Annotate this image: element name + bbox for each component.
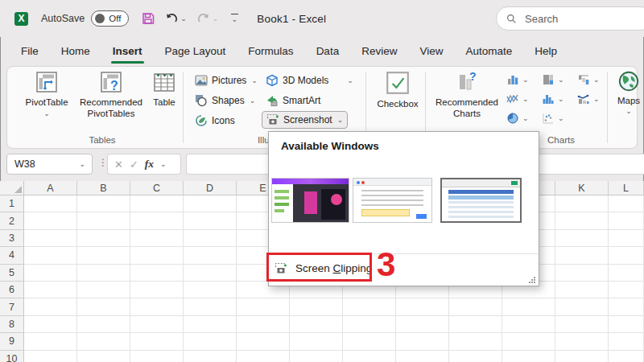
- name-box[interactable]: W38 ⌄: [6, 154, 93, 175]
- shapes-button[interactable]: Shapes ⌄: [191, 92, 259, 109]
- cell-i7[interactable]: [449, 298, 502, 315]
- tab-insert[interactable]: Insert: [101, 40, 154, 62]
- screenshot-button[interactable]: Screenshot ⌄: [262, 111, 348, 129]
- cell-k7[interactable]: [555, 298, 609, 315]
- autosave-toggle[interactable]: Off: [91, 10, 129, 27]
- cell-l3[interactable]: [609, 230, 644, 247]
- cell-c2[interactable]: [130, 212, 184, 229]
- cell-g9[interactable]: [343, 333, 396, 350]
- recommended-charts-button[interactable]: ? Recommended Charts: [432, 70, 502, 120]
- cell-l8[interactable]: [609, 316, 644, 333]
- row-header-10[interactable]: 10: [0, 351, 24, 362]
- cell-f10[interactable]: [290, 351, 343, 362]
- cell-k10[interactable]: [555, 351, 609, 362]
- table-button[interactable]: Table: [147, 70, 182, 108]
- cell-c3[interactable]: [130, 230, 184, 247]
- cell-d1[interactable]: [184, 195, 237, 212]
- resize-grip-icon[interactable]: [528, 276, 536, 284]
- cell-b4[interactable]: [77, 247, 130, 264]
- cell-d8[interactable]: [184, 316, 237, 333]
- cell-c9[interactable]: [130, 333, 184, 350]
- cell-h10[interactable]: [396, 351, 449, 362]
- cell-d2[interactable]: [184, 212, 237, 229]
- hierarchy-chart-button[interactable]: ⌄: [542, 73, 564, 86]
- cell-g8[interactable]: [343, 316, 396, 333]
- cell-k4[interactable]: [555, 247, 609, 264]
- cell-i9[interactable]: [449, 333, 502, 350]
- cell-e7[interactable]: [237, 298, 290, 315]
- chevron-down-icon[interactable]: ⌄: [180, 15, 187, 23]
- column-chart-button[interactable]: ⌄: [506, 73, 529, 86]
- tab-review[interactable]: Review: [350, 40, 408, 62]
- cell-h9[interactable]: [396, 333, 449, 350]
- combo-chart-button[interactable]: ⌄: [577, 93, 600, 105]
- line-chart-button[interactable]: ⌄: [506, 93, 529, 105]
- column-header-c[interactable]: C: [130, 181, 184, 195]
- cell-l6[interactable]: [609, 282, 644, 298]
- recommended-pivottables-button[interactable]: ? Recommended PivotTables: [75, 70, 147, 120]
- row-header-1[interactable]: 1: [0, 195, 24, 212]
- cell-k8[interactable]: [555, 316, 609, 333]
- cell-l5[interactable]: [609, 265, 644, 282]
- insert-function-button[interactable]: fx: [145, 158, 154, 171]
- cell-b1[interactable]: [77, 195, 130, 212]
- cell-d9[interactable]: [184, 333, 237, 350]
- cell-a10[interactable]: [24, 351, 77, 362]
- cell-i8[interactable]: [449, 316, 502, 333]
- row-header-9[interactable]: 9: [0, 333, 24, 350]
- pictures-button[interactable]: Pictures ⌄: [191, 72, 262, 89]
- redo-button[interactable]: ⌄: [197, 12, 219, 25]
- column-header-a[interactable]: A: [24, 181, 77, 195]
- cell-l7[interactable]: [609, 298, 644, 315]
- cell-b8[interactable]: [77, 316, 130, 333]
- cell-b10[interactable]: [77, 351, 130, 362]
- cell-l10[interactable]: [609, 351, 644, 362]
- checkbox-button[interactable]: Checkbox: [371, 70, 424, 109]
- tab-help[interactable]: Help: [523, 40, 568, 62]
- save-button[interactable]: [142, 12, 155, 25]
- cell-d3[interactable]: [184, 230, 237, 247]
- tab-formulas[interactable]: Formulas: [237, 40, 304, 62]
- cell-a8[interactable]: [24, 316, 77, 333]
- cell-f7[interactable]: [290, 298, 343, 315]
- chevron-down-icon[interactable]: ⌄: [160, 161, 167, 168]
- cell-l1[interactable]: [609, 195, 644, 212]
- tab-automate[interactable]: Automate: [454, 40, 523, 62]
- select-all-button[interactable]: [0, 181, 24, 195]
- cell-j7[interactable]: [502, 298, 555, 315]
- cell-i10[interactable]: [449, 351, 502, 362]
- undo-button[interactable]: ⌄: [165, 12, 187, 25]
- cell-h7[interactable]: [396, 298, 449, 315]
- cell-h8[interactable]: [396, 316, 449, 333]
- cell-l2[interactable]: [609, 212, 644, 229]
- cell-d6[interactable]: [184, 282, 237, 298]
- cell-b9[interactable]: [77, 333, 130, 350]
- smartart-button[interactable]: SmartArt: [262, 92, 324, 109]
- cell-f8[interactable]: [290, 316, 343, 333]
- cell-b6[interactable]: [77, 282, 130, 298]
- cell-a1[interactable]: [24, 195, 77, 212]
- cell-a9[interactable]: [24, 333, 77, 350]
- waterfall-chart-button[interactable]: ⌄: [577, 73, 600, 86]
- cell-d10[interactable]: [184, 351, 237, 362]
- cell-c1[interactable]: [130, 195, 184, 212]
- cell-k6[interactable]: [555, 282, 609, 298]
- tab-view[interactable]: View: [408, 40, 454, 62]
- cell-a4[interactable]: [24, 247, 77, 264]
- cancel-icon[interactable]: ✕: [114, 158, 123, 171]
- cell-e8[interactable]: [237, 316, 290, 333]
- row-header-4[interactable]: 4: [0, 247, 24, 264]
- cell-c10[interactable]: [130, 351, 184, 362]
- cell-k1[interactable]: [555, 195, 609, 212]
- tab-page-layout[interactable]: Page Layout: [154, 40, 237, 62]
- row-header-2[interactable]: 2: [0, 212, 24, 229]
- histogram-chart-button[interactable]: ⌄: [542, 93, 564, 105]
- row-header-5[interactable]: 5: [0, 265, 24, 282]
- cell-b3[interactable]: [77, 230, 130, 247]
- window-thumbnail-spreadsheet[interactable]: [440, 178, 522, 223]
- cell-k3[interactable]: [555, 230, 609, 247]
- row-header-3[interactable]: 3: [0, 230, 24, 247]
- cell-j10[interactable]: [502, 351, 555, 362]
- cell-f9[interactable]: [290, 333, 343, 350]
- cell-b5[interactable]: [77, 265, 130, 282]
